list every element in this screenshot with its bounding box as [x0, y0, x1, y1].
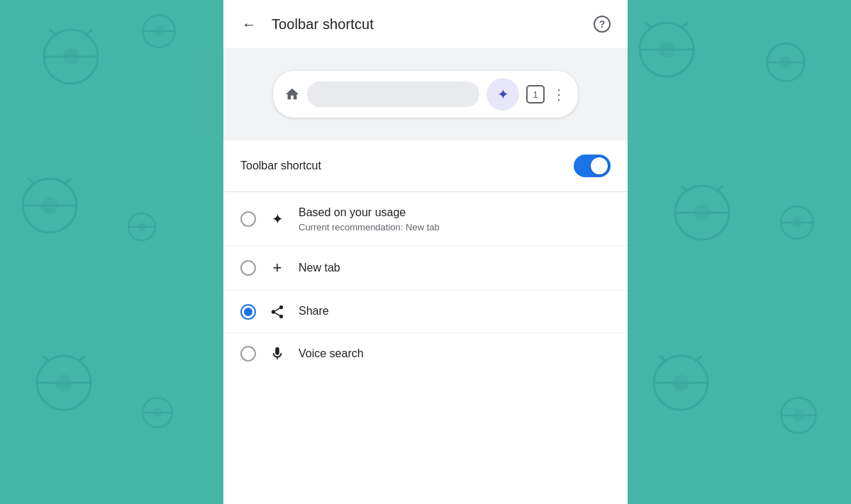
option-voice-search[interactable]: Voice search [223, 333, 628, 374]
home-icon [284, 86, 300, 102]
page-title: Toolbar shortcut [272, 16, 588, 33]
toggle-track [574, 155, 611, 177]
back-button[interactable]: ← [235, 10, 263, 38]
svg-point-47 [794, 411, 803, 420]
help-icon: ? [594, 16, 611, 33]
option-share[interactable]: Share [223, 291, 628, 332]
option-new-tab[interactable]: + New tab [223, 246, 628, 291]
svg-line-4 [85, 30, 92, 35]
radio-new-tab[interactable] [240, 260, 256, 276]
svg-point-7 [155, 27, 163, 35]
radio-share[interactable] [240, 304, 256, 320]
sparkle-option-icon: ✦ [267, 211, 287, 228]
option-share-title: Share [299, 303, 611, 319]
share-icon [267, 304, 287, 320]
radio-voice-search[interactable] [240, 346, 256, 362]
svg-line-3 [50, 30, 57, 35]
help-button[interactable]: ? [588, 10, 616, 38]
back-arrow-icon: ← [242, 16, 256, 33]
toggle-label: Toolbar shortcut [240, 159, 574, 172]
toolbar-shortcut-toggle-row: Toolbar shortcut [223, 140, 628, 192]
svg-point-15 [781, 57, 791, 67]
option-usage-subtitle: Current recommendation: New tab [299, 222, 611, 233]
option-usage-text: Based on your usage Current recommendati… [299, 205, 611, 233]
svg-line-35 [43, 356, 50, 362]
toolbar-shortcut-toggle[interactable] [574, 155, 611, 177]
header: ← Toolbar shortcut ? [223, 0, 628, 48]
mic-icon [267, 346, 287, 362]
sparkle-button[interactable]: ✦ [486, 78, 519, 111]
svg-point-26 [695, 206, 709, 220]
svg-line-44 [695, 356, 702, 362]
sparkle-icon: ✦ [497, 86, 509, 103]
svg-point-18 [43, 198, 57, 213]
svg-line-28 [716, 186, 723, 191]
svg-point-23 [138, 223, 145, 230]
more-menu-icon[interactable]: ⋮ [552, 86, 567, 103]
radio-options: ✦ Based on your usage Current recommenda… [223, 192, 628, 374]
svg-point-10 [660, 43, 674, 57]
option-voice-search-title: Voice search [299, 346, 611, 362]
option-new-tab-title: New tab [299, 260, 611, 276]
toolbar-bar: ✦ 1 ⋮ [273, 71, 578, 118]
svg-point-34 [57, 376, 71, 390]
svg-line-20 [64, 179, 71, 184]
radio-dot-share [244, 308, 252, 316]
svg-line-11 [645, 23, 652, 28]
tab-count[interactable]: 1 [526, 85, 545, 103]
settings-panel: ← Toolbar shortcut ? ✦ 1 ⋮ [223, 0, 628, 504]
svg-line-43 [660, 356, 667, 362]
toggle-thumb [591, 157, 608, 174]
radio-usage[interactable] [240, 211, 256, 227]
svg-line-19 [28, 179, 35, 184]
option-usage[interactable]: ✦ Based on your usage Current recommenda… [223, 192, 628, 246]
option-usage-title: Based on your usage [299, 205, 611, 220]
toolbar-preview-area: ✦ 1 ⋮ [223, 48, 628, 140]
svg-point-39 [154, 409, 162, 417]
option-new-tab-text: New tab [299, 260, 611, 276]
svg-line-36 [78, 356, 85, 362]
svg-line-12 [681, 23, 688, 28]
svg-point-42 [674, 376, 688, 390]
option-share-text: Share [299, 303, 611, 319]
settings-section: Toolbar shortcut ✦ Based on your usage C… [223, 140, 628, 504]
svg-point-31 [793, 218, 801, 227]
plus-icon: + [267, 259, 287, 277]
url-bar[interactable] [307, 82, 479, 107]
svg-point-2 [64, 50, 78, 64]
svg-line-27 [681, 186, 688, 191]
option-voice-search-text: Voice search [299, 346, 611, 362]
